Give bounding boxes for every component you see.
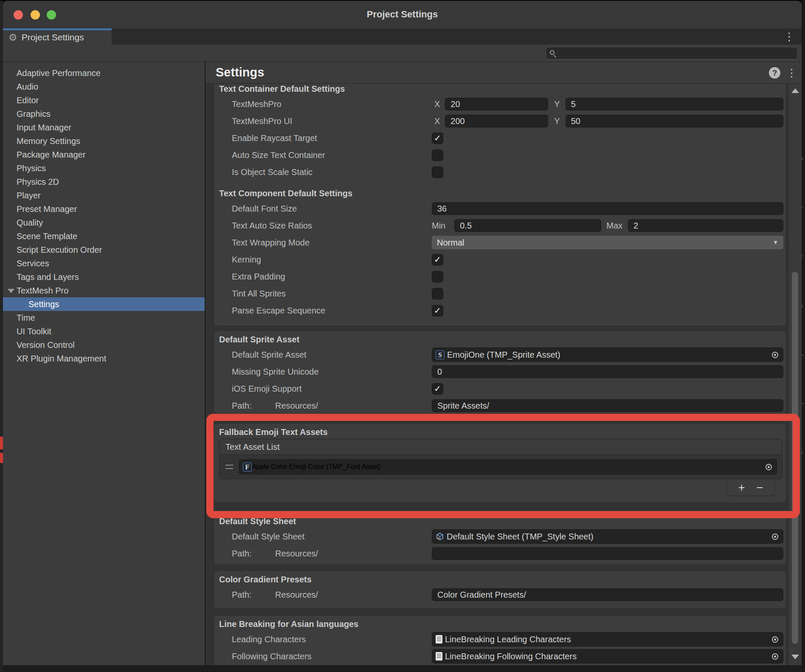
row-gradient-path: Path: Resources/ Color Gradient Presets/ — [214, 586, 786, 603]
auto-size-text-container-checkbox[interactable] — [432, 150, 443, 161]
field-label: Is Object Scale Static — [232, 167, 312, 177]
sidebar-item-adaptive-performance[interactable]: Adaptive Performance — [3, 66, 205, 80]
default-sprite-asset-object-field[interactable]: S EmojiOne (TMP_Sprite Asset) — [432, 347, 783, 362]
background-window-sliver: eiuotta — [802, 0, 805, 672]
search-input[interactable] — [546, 47, 798, 59]
object-field-value: LineBreaking Leading Characters — [445, 635, 571, 644]
textmeshpro-ui-y-field[interactable]: 50 — [566, 115, 783, 127]
textmeshpro-ui-x-field[interactable]: 200 — [445, 115, 548, 127]
tint-all-sprites-checkbox[interactable] — [432, 288, 443, 299]
sidebar-item-audio[interactable]: Audio — [3, 80, 205, 93]
sidebar-item-graphics[interactable]: Graphics — [3, 107, 205, 121]
sidebar-item-physics[interactable]: Physics — [3, 161, 205, 175]
kerning-checkbox[interactable]: ✓ — [432, 254, 443, 265]
section-fallback-emoji-text-assets: Fallback Emoji Text Assets Text Asset Li… — [214, 423, 786, 503]
panel-menu-kebab-icon[interactable]: ⋮ — [786, 67, 797, 79]
is-object-scale-static-checkbox[interactable] — [432, 167, 443, 178]
field-label: Extra Padding — [232, 272, 285, 282]
section-default-sprite-asset: Default Sprite Asset Default Sprite Asse… — [214, 330, 786, 414]
field-label: TextMeshPro — [232, 99, 281, 109]
object-field-value: Default Style Sheet (TMP_Style Sheet) — [447, 532, 594, 542]
textmeshpro-x-field[interactable]: 20 — [445, 98, 548, 110]
default-font-size-field[interactable]: 36 — [432, 202, 783, 215]
row-text-auto-size-ratios: Text Auto Size Ratios Min 0.5 Max 2 — [214, 217, 786, 234]
field-label: Text Auto Size Ratios — [232, 221, 312, 231]
sidebar-item-ui-toolkit[interactable]: UI Toolkit — [3, 325, 205, 338]
window-title: Project Settings — [3, 9, 802, 20]
text-asset-list: Text Asset List F Apple Color Emoji Colo… — [219, 439, 782, 479]
scrollbar-thumb[interactable] — [792, 272, 798, 644]
row-following-characters: Following Characters LineBreaking Follow… — [214, 648, 786, 665]
search-toolbar — [3, 45, 802, 62]
section-heading: Default Sprite Asset — [214, 333, 786, 346]
object-picker-icon[interactable] — [767, 348, 783, 361]
following-characters-object-field[interactable]: LineBreaking Following Characters — [432, 649, 783, 664]
vertical-scrollbar[interactable] — [788, 84, 802, 665]
row-enable-raycast-target: Enable Raycast Target ✓ — [214, 130, 786, 147]
text-wrapping-mode-dropdown[interactable]: Normal ▼ — [432, 236, 783, 249]
sprite-path-field[interactable]: Sprite Assets/ — [432, 399, 783, 412]
gradient-path-field[interactable]: Color Gradient Presets/ — [432, 588, 783, 601]
x-axis-label: X — [434, 116, 440, 126]
field-label: iOS Emoji Support — [232, 384, 302, 394]
sidebar-item-settings-selected[interactable]: Settings — [3, 297, 205, 311]
object-picker-icon[interactable] — [767, 649, 783, 663]
chevron-down-icon[interactable] — [8, 289, 14, 293]
extra-padding-checkbox[interactable] — [432, 271, 443, 282]
sidebar-item-services[interactable]: Services — [3, 257, 205, 270]
background-red-mark — [0, 453, 3, 463]
sidebar-item-script-execution-order[interactable]: Script Execution Order — [3, 243, 205, 257]
sidebar-item-memory-settings[interactable]: Memory Settings — [3, 134, 205, 148]
section-default-style-sheet: Default Style Sheet Default Style Sheet … — [214, 512, 786, 565]
sidebar-item-package-manager[interactable]: Package Manager — [3, 148, 205, 161]
row-extra-padding: Extra Padding — [214, 268, 786, 285]
tab-strip-menu-kebab-icon[interactable]: ⋮ — [784, 30, 795, 43]
drag-handle-icon[interactable] — [225, 465, 233, 469]
enable-raycast-target-checkbox[interactable]: ✓ — [432, 133, 443, 144]
sidebar-item-player[interactable]: Player — [3, 189, 205, 202]
object-picker-icon[interactable] — [767, 530, 783, 543]
settings-category-sidebar: Adaptive Performance Audio Editor Graphi… — [3, 62, 205, 665]
sidebar-item-textmesh-pro[interactable]: TextMesh Pro — [3, 284, 205, 297]
scroll-down-arrow-icon[interactable] — [791, 655, 799, 659]
sidebar-item-tags-and-layers[interactable]: Tags and Layers — [3, 270, 205, 284]
ios-emoji-support-checkbox[interactable]: ✓ — [432, 383, 443, 395]
sidebar-item-preset-manager[interactable]: Preset Manager — [3, 202, 205, 216]
sidebar-item-editor[interactable]: Editor — [3, 93, 205, 107]
default-style-sheet-object-field[interactable]: Default Style Sheet (TMP_Style Sheet) — [432, 529, 783, 544]
field-label: Tint All Sprites — [232, 289, 286, 299]
sidebar-item-label: TextMesh Pro — [17, 286, 68, 295]
row-auto-size-text-container: Auto Size Text Container — [214, 147, 786, 164]
leading-characters-object-field[interactable]: LineBreaking Leading Characters — [432, 632, 783, 647]
sidebar-item-version-control[interactable]: Version Control — [3, 338, 205, 352]
sidebar-item-scene-template[interactable]: Scene Template — [3, 229, 205, 243]
row-tint-all-sprites: Tint All Sprites — [214, 285, 786, 302]
sidebar-item-physics-2d[interactable]: Physics 2D — [3, 175, 205, 189]
remove-item-button[interactable]: − — [756, 480, 763, 495]
style-sheet-path-field[interactable] — [432, 547, 783, 560]
fallback-font-asset-object-field[interactable]: F Apple Color Emoji Color (TMP_Font Asse… — [239, 459, 777, 474]
window-left-edge — [0, 1, 3, 672]
parse-escape-sequence-checkbox[interactable]: ✓ — [432, 305, 443, 316]
object-field-value: LineBreaking Following Characters — [445, 652, 577, 661]
text-asset-icon — [436, 635, 442, 644]
object-picker-icon[interactable] — [760, 460, 777, 474]
scroll-up-arrow-icon[interactable] — [791, 88, 799, 93]
sidebar-item-input-manager[interactable]: Input Manager — [3, 121, 205, 134]
auto-size-min-field[interactable]: 0.5 — [454, 219, 601, 232]
panel-header: Settings ? ⋮ — [205, 62, 802, 84]
sidebar-item-time[interactable]: Time — [3, 311, 205, 325]
add-item-button[interactable]: + — [738, 480, 745, 495]
resources-label: Resources/ — [275, 590, 318, 600]
section-heading: Text Container Default Settings — [214, 84, 786, 96]
sidebar-item-quality[interactable]: Quality — [3, 216, 205, 229]
textmeshpro-y-field[interactable]: 5 — [566, 98, 783, 110]
help-icon[interactable]: ? — [769, 67, 780, 79]
missing-sprite-unicode-field[interactable]: 0 — [432, 365, 783, 378]
tab-project-settings[interactable]: ⚙ Project Settings — [3, 28, 112, 45]
sidebar-item-xr-plugin-management[interactable]: XR Plugin Management — [3, 352, 205, 365]
auto-size-max-field[interactable]: 2 — [628, 219, 783, 232]
object-picker-icon[interactable] — [767, 632, 783, 646]
row-kerning: Kerning ✓ — [214, 251, 786, 268]
check-icon: ✓ — [434, 255, 441, 264]
